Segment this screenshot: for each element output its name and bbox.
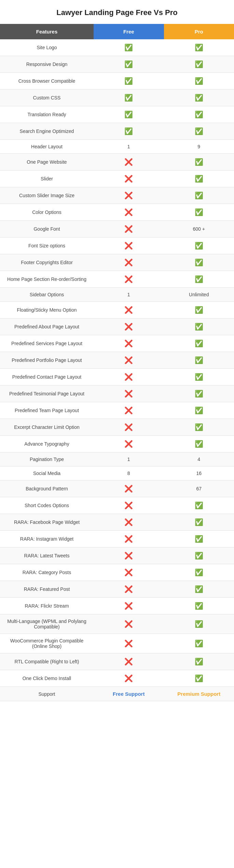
check-icon: ✅ (124, 77, 133, 85)
pro-value: 67 (164, 480, 234, 497)
check-icon: ✅ (195, 127, 203, 135)
cross-icon: ❌ (124, 552, 133, 560)
table-row: RARA: Flickr Stream❌✅ (0, 598, 234, 614)
free-value: ❌ (94, 598, 164, 614)
cross-icon: ❌ (124, 275, 133, 283)
free-value: ❌ (94, 614, 164, 634)
table-row: Responsive Design✅✅ (0, 56, 234, 73)
feature-label: RARA: Instagram Widget (0, 531, 94, 547)
table-body: Site Logo✅✅Responsive Design✅✅Cross Brow… (0, 39, 234, 701)
check-icon: ✅ (195, 602, 203, 610)
cross-icon: ❌ (124, 568, 133, 577)
free-value: 8 (94, 466, 164, 480)
feature-label: Excerpt Character Limit Option (0, 419, 94, 436)
feature-label: Custom Slider Image Size (0, 187, 94, 204)
pro-value: ✅ (164, 154, 234, 171)
check-icon: ✅ (195, 339, 203, 348)
pro-value: ✅ (164, 598, 234, 614)
feature-label: WooCommerce Plugin Compatible (Online Sh… (0, 634, 94, 653)
free-value: ❌ (94, 302, 164, 318)
check-icon: ✅ (195, 585, 203, 593)
free-value: 1 (94, 288, 164, 302)
cross-icon: ❌ (124, 158, 133, 166)
feature-label: Search Engine Optimized (0, 123, 94, 140)
free-value: ❌ (94, 335, 164, 352)
table-row: Predefined Contact Page Layout❌✅ (0, 369, 234, 385)
free-value: ❌ (94, 670, 164, 687)
table-row: Advance Typography❌✅ (0, 436, 234, 452)
feature-label: RTL Compatible (Right to Left) (0, 653, 94, 670)
cross-icon: ❌ (124, 339, 133, 348)
cross-icon: ❌ (124, 501, 133, 510)
pro-value: ✅ (164, 171, 234, 187)
feature-label: Predefined Team Page Layout (0, 402, 94, 419)
free-value: ❌ (94, 369, 164, 385)
feature-label: Predefined Contact Page Layout (0, 369, 94, 385)
free-text-value: 8 (127, 471, 130, 476)
check-icon: ✅ (195, 440, 203, 448)
free-value: 1 (94, 140, 164, 154)
free-value: ❌ (94, 653, 164, 670)
table-row: Excerpt Character Limit Option❌✅ (0, 419, 234, 436)
cross-icon: ❌ (124, 242, 133, 250)
table-row: Predefined Portfolio Page Layout❌✅ (0, 352, 234, 369)
feature-label: Multi-Language (WPML and Polylang Compat… (0, 614, 94, 634)
table-row: Search Engine Optimized✅✅ (0, 123, 234, 140)
table-row: Background Pattern❌67 (0, 480, 234, 497)
table-row: Predefined Team Page Layout❌✅ (0, 402, 234, 419)
free-value: ❌ (94, 352, 164, 369)
cross-icon: ❌ (124, 423, 133, 431)
feature-label: Sidebar Options (0, 288, 94, 302)
feature-label: Slider (0, 171, 94, 187)
check-icon: ✅ (195, 674, 203, 682)
pro-value: ✅ (164, 436, 234, 452)
pro-value: ✅ (164, 271, 234, 288)
pro-value: ✅ (164, 670, 234, 687)
pro-value: ✅ (164, 531, 234, 547)
check-icon: ✅ (195, 306, 203, 314)
check-icon: ✅ (195, 373, 203, 381)
cross-icon: ❌ (124, 406, 133, 415)
cross-icon: ❌ (124, 258, 133, 267)
feature-label: Header Layout (0, 140, 94, 154)
pro-text-value: 67 (196, 486, 202, 491)
check-icon: ✅ (124, 94, 133, 102)
table-row: Short Codes Options❌✅ (0, 497, 234, 514)
table-row: Predefined Services Page Layout❌✅ (0, 335, 234, 352)
pro-value: ✅ (164, 653, 234, 670)
check-icon: ✅ (195, 242, 203, 250)
free-value: ❌ (94, 581, 164, 598)
feature-label: RARA: Latest Tweets (0, 547, 94, 564)
check-icon: ✅ (195, 258, 203, 267)
table-row: Custom CSS✅✅ (0, 90, 234, 106)
table-header-row: Features Free Pro (0, 24, 234, 39)
table-row: RARA: Category Posts❌✅ (0, 564, 234, 581)
check-icon: ✅ (195, 390, 203, 398)
pro-value: ✅ (164, 187, 234, 204)
cross-icon: ❌ (124, 657, 133, 666)
table-row: Header Layout19 (0, 140, 234, 154)
cross-icon: ❌ (124, 191, 133, 200)
free-value: ❌ (94, 238, 164, 254)
feature-label: Color Options (0, 204, 94, 221)
pro-text-value: 4 (197, 457, 200, 462)
table-row: Site Logo✅✅ (0, 39, 234, 56)
table-row: RARA: Featured Post❌✅ (0, 581, 234, 598)
pro-value: Premium Support (164, 687, 234, 701)
pro-value: ✅ (164, 106, 234, 123)
table-row: RARA: Latest Tweets❌✅ (0, 547, 234, 564)
pro-value: ✅ (164, 547, 234, 564)
feature-label: Advance Typography (0, 436, 94, 452)
pro-value: 600 + (164, 221, 234, 238)
check-icon: ✅ (195, 77, 203, 85)
cross-icon: ❌ (124, 440, 133, 448)
cross-icon: ❌ (124, 518, 133, 526)
table-row: Translation Ready✅✅ (0, 106, 234, 123)
feature-label: One Click Demo Install (0, 670, 94, 687)
feature-label: Site Logo (0, 39, 94, 56)
pro-value: ✅ (164, 352, 234, 369)
feature-label: Support (0, 687, 94, 701)
free-value: ❌ (94, 531, 164, 547)
cross-icon: ❌ (124, 356, 133, 364)
pro-value: 4 (164, 452, 234, 466)
